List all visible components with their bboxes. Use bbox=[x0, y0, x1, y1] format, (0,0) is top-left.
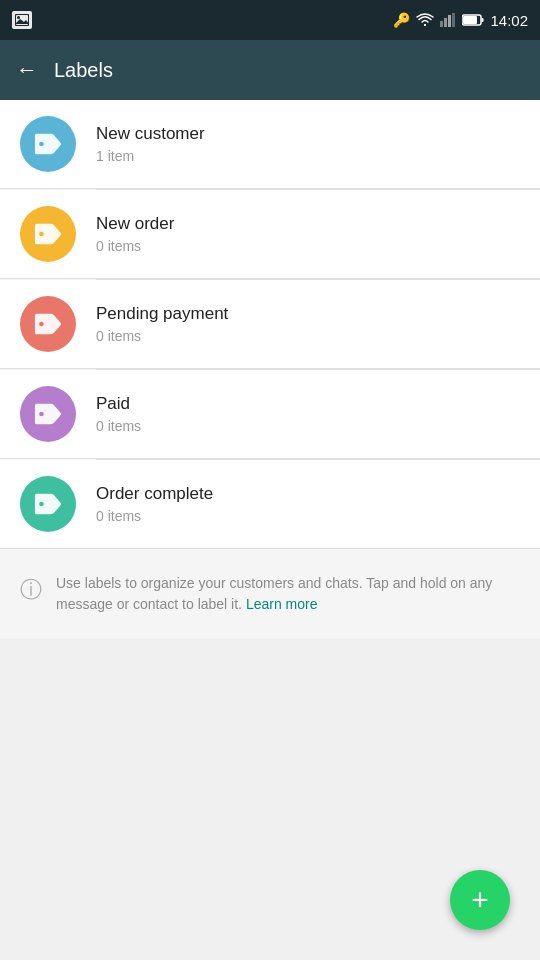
label-name: New order bbox=[96, 214, 174, 234]
svg-rect-7 bbox=[452, 13, 455, 27]
learn-more-link[interactable]: Learn more bbox=[246, 596, 318, 612]
status-bar: 🔑 14:02 bbox=[0, 0, 540, 40]
gallery-icon bbox=[12, 11, 32, 29]
label-item-order-complete[interactable]: Order complete0 items bbox=[0, 460, 540, 549]
back-button[interactable]: ← bbox=[16, 57, 38, 83]
add-icon: + bbox=[471, 885, 489, 915]
svg-point-14 bbox=[39, 412, 44, 417]
key-icon: 🔑 bbox=[393, 12, 410, 28]
label-name: Order complete bbox=[96, 484, 213, 504]
label-text-paid: Paid0 items bbox=[96, 394, 141, 434]
label-icon-order-complete bbox=[20, 476, 76, 532]
info-icon: ⓘ bbox=[20, 575, 42, 605]
header: ← Labels bbox=[0, 40, 540, 100]
svg-rect-4 bbox=[440, 21, 443, 27]
label-item-new-order[interactable]: New order0 items bbox=[0, 190, 540, 279]
label-text-new-order: New order0 items bbox=[96, 214, 174, 254]
label-item-new-customer[interactable]: New customer1 item bbox=[0, 100, 540, 189]
label-count: 0 items bbox=[96, 508, 213, 524]
svg-rect-5 bbox=[444, 18, 447, 27]
svg-rect-10 bbox=[463, 16, 477, 24]
status-bar-left bbox=[12, 11, 32, 29]
status-bar-right: 🔑 14:02 bbox=[393, 12, 528, 29]
svg-point-12 bbox=[39, 232, 44, 237]
label-item-pending-payment[interactable]: Pending payment0 items bbox=[0, 280, 540, 369]
label-count: 0 items bbox=[96, 418, 141, 434]
label-icon-new-customer bbox=[20, 116, 76, 172]
info-section: ⓘ Use labels to organize your customers … bbox=[0, 549, 540, 639]
label-icon-new-order bbox=[20, 206, 76, 262]
svg-point-11 bbox=[39, 142, 44, 147]
label-name: Pending payment bbox=[96, 304, 228, 324]
label-name: New customer bbox=[96, 124, 205, 144]
wifi-icon bbox=[416, 13, 434, 27]
label-text-new-customer: New customer1 item bbox=[96, 124, 205, 164]
label-text-pending-payment: Pending payment0 items bbox=[96, 304, 228, 344]
svg-rect-9 bbox=[482, 18, 484, 22]
battery-icon bbox=[462, 14, 484, 26]
svg-point-15 bbox=[39, 502, 44, 507]
add-label-button[interactable]: + bbox=[450, 870, 510, 930]
label-count: 0 items bbox=[96, 238, 174, 254]
status-time: 14:02 bbox=[490, 12, 528, 29]
svg-rect-6 bbox=[448, 15, 451, 27]
label-text-order-complete: Order complete0 items bbox=[96, 484, 213, 524]
signal-icon bbox=[440, 13, 456, 27]
label-item-paid[interactable]: Paid0 items bbox=[0, 370, 540, 459]
labels-list: New customer1 item New order0 items Pend… bbox=[0, 100, 540, 549]
label-count: 0 items bbox=[96, 328, 228, 344]
label-icon-paid bbox=[20, 386, 76, 442]
label-name: Paid bbox=[96, 394, 141, 414]
label-count: 1 item bbox=[96, 148, 205, 164]
svg-point-2 bbox=[17, 16, 20, 19]
info-text: Use labels to organize your customers an… bbox=[56, 573, 520, 615]
label-icon-pending-payment bbox=[20, 296, 76, 352]
page-title: Labels bbox=[54, 59, 113, 82]
svg-point-13 bbox=[39, 322, 44, 327]
